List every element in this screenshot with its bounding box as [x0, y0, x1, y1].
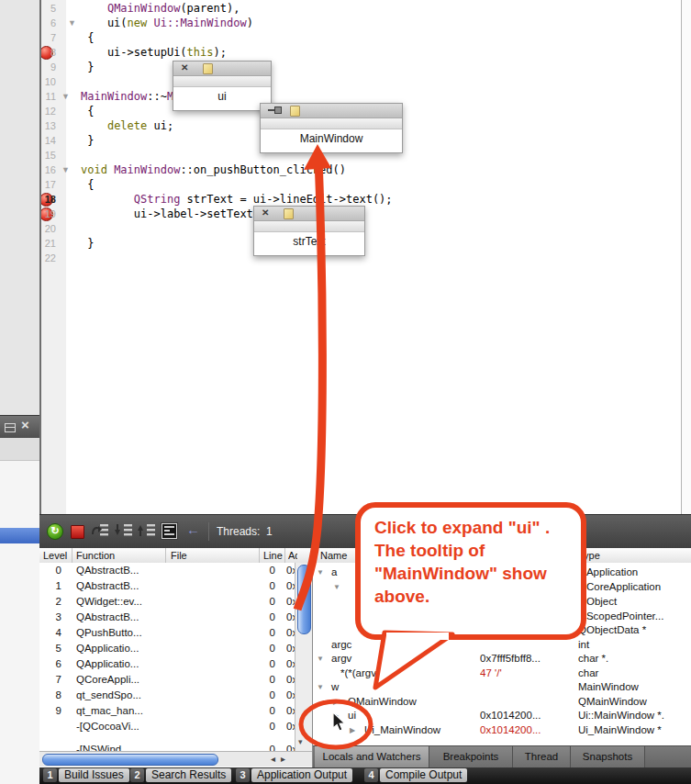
locals-row[interactable]: argc int [313, 638, 691, 653]
scrollbar-thumb[interactable] [42, 754, 218, 766]
locals-row-ui[interactable]: ▶ ui 0x1014200... Ui::MainWindow *. [313, 709, 691, 723]
debug-log-icon[interactable] [162, 523, 177, 539]
code-token: delete [107, 119, 147, 132]
line-number: 17 [43, 179, 56, 190]
stack-row[interactable]: -[QCocoaVi...00x1014 [39, 719, 312, 734]
stack-vertical-scrollbar[interactable]: ▾ [295, 563, 312, 751]
code-token: this [187, 46, 214, 59]
fold-marker-icon[interactable]: ▼ [61, 165, 70, 174]
pane-number-badge: 4 [364, 768, 378, 782]
tooltip-header-strip [254, 221, 364, 232]
stack-horizontal-scrollbar[interactable]: ◂▸ [39, 751, 312, 767]
stack-row[interactable]: 6QApplicatio...00x1014 [39, 656, 312, 672]
tooltip-header-strip [261, 118, 402, 129]
code-token: } [81, 237, 94, 250]
fold-marker-icon[interactable]: ▼ [61, 92, 70, 101]
tab-breakpoints[interactable]: Breakpoints [429, 746, 513, 767]
code-token: { [81, 178, 94, 191]
tab-locals-and-watchers[interactable]: Locals and Watchers [315, 746, 429, 767]
code-token: } [81, 134, 94, 147]
stack-row[interactable]: 9qt_mac_han...00x1014 [39, 703, 312, 719]
stack-row[interactable]: 0QAbstractB...00x1014 [39, 563, 312, 578]
scroll-down-icon[interactable]: ▾ [298, 737, 303, 746]
expand-icon[interactable]: ▶ [333, 698, 339, 706]
pin-icon[interactable] [268, 109, 274, 111]
stop-icon[interactable] [71, 525, 84, 539]
locals-row[interactable]: *(*(argv)) 47 '/' char [313, 666, 691, 681]
fold-marker-icon[interactable]: ▼ [68, 18, 76, 28]
col-level: Level [43, 550, 67, 561]
split-view-icon[interactable] [5, 423, 16, 432]
scroll-right-icon: ▸ [281, 754, 291, 764]
code-line-6: 6 ▼ ui(new Ui::MainWindow) [41, 16, 691, 30]
stack-row[interactable]: 4QPushButto...00x1014 [39, 625, 312, 641]
scroll-arrows[interactable]: ◂▸ [271, 754, 291, 764]
locals-row[interactable]: ▼ argv 0x7fff5fbff8... char *. [313, 652, 691, 666]
tooltip-value: MainWindow [261, 129, 402, 152]
qt-creator-debug-window: × MainWindow::MainWindow(QWidget *parent… [0, 0, 691, 784]
code-line-8: 8 ui->setupUi(this); [41, 45, 691, 60]
debug-tooltip-ui: ✕ ui [173, 61, 272, 111]
locals-row[interactable]: ▶ Ui_MainWindow 0x1014200... Ui_MainWind… [313, 723, 691, 738]
code-token: ui; [147, 119, 173, 132]
code-token: } [81, 61, 94, 73]
close-icon[interactable]: × [21, 417, 29, 432]
step-into-icon[interactable] [115, 523, 133, 537]
continue-icon[interactable]: ↻ [47, 523, 63, 540]
expand-icon[interactable]: ▼ [317, 655, 324, 663]
expand-icon[interactable]: ▶ [350, 726, 355, 734]
tab-snapshots[interactable]: Snapshots [571, 746, 645, 767]
scrollbar-thumb[interactable] [297, 565, 311, 634]
code-token: MainWindow [114, 163, 180, 176]
tab-thread[interactable]: Thread [513, 746, 571, 767]
line-number: 5 [43, 3, 56, 14]
expand-icon[interactable]: ▼ [333, 583, 340, 591]
note-icon[interactable] [284, 208, 294, 219]
line-number: 6 [43, 17, 56, 28]
note-icon[interactable] [290, 106, 300, 117]
debug-views-tabbar: Locals and Watchers Breakpoints Thread S… [313, 745, 691, 768]
code-token [81, 119, 107, 132]
tooltip-titlebar: ✕ [254, 207, 364, 221]
code-token: ::~ [147, 90, 167, 103]
threads-label: Threads: [217, 525, 260, 538]
expand-icon[interactable]: ▶ [333, 711, 339, 720]
expand-icon[interactable]: ▼ [317, 568, 324, 577]
callout-line: The tooltip of [374, 539, 550, 562]
line-number: 8 [43, 47, 56, 58]
step-over-icon[interactable] [91, 523, 109, 537]
stack-row[interactable]: 2QWidget::ev...00x1014 [39, 594, 312, 610]
stack-table: 0QAbstractB...00x1014 1QAbstractB...00x1… [39, 563, 312, 767]
jump-back-icon[interactable]: ← [186, 523, 200, 536]
stack-row[interactable]: 1QAbstractB...00x1014 [39, 578, 312, 594]
tooltip-titlebar: ✕ [173, 62, 271, 76]
line-number: 19 [43, 208, 56, 219]
editor-scrollbar[interactable] [681, 0, 691, 514]
code-token [147, 17, 153, 29]
code-line-21: 21 } [41, 236, 691, 251]
code-token: { [81, 31, 94, 44]
col-line: Line [263, 550, 283, 561]
stack-header-row: Level Function File Line Address [39, 548, 312, 564]
code-token: ::on_pushButton_clicked() [180, 163, 346, 176]
close-icon[interactable]: ✕ [262, 207, 269, 218]
locals-row[interactable]: ▼ w MainWindow [313, 680, 691, 695]
code-line-11: 11 ▼ MainWindow::~MainWindow() [41, 89, 691, 104]
stack-row[interactable]: 8qt_sendSpo...00x1014 [39, 688, 312, 703]
code-editor[interactable]: MainWindow::MainWindow(QWidget *parent) … [39, 0, 691, 514]
code-line-9: 9 } [41, 60, 691, 74]
stack-row[interactable]: 7QCoreAppli...00x1014 [39, 672, 312, 688]
note-icon[interactable] [203, 63, 213, 74]
tooltip-titlebar [261, 104, 402, 118]
code-line-17: 17 { [41, 177, 691, 192]
close-icon[interactable]: ✕ [181, 62, 188, 73]
code-line-10: 10 [41, 74, 691, 89]
locals-row[interactable]: ▶ QMainWindow QMainWindow [313, 695, 691, 710]
left-panel-body [0, 459, 39, 784]
expand-icon[interactable]: ▼ [317, 683, 324, 691]
stack-row[interactable]: 3QAbstractB...00x1014 [39, 610, 312, 625]
stack-row[interactable]: 5QApplicatio...00x1014 [39, 641, 312, 656]
step-out-icon[interactable] [138, 523, 156, 537]
left-panel-selection-bar [0, 528, 39, 543]
toolbar-separator [208, 522, 209, 541]
